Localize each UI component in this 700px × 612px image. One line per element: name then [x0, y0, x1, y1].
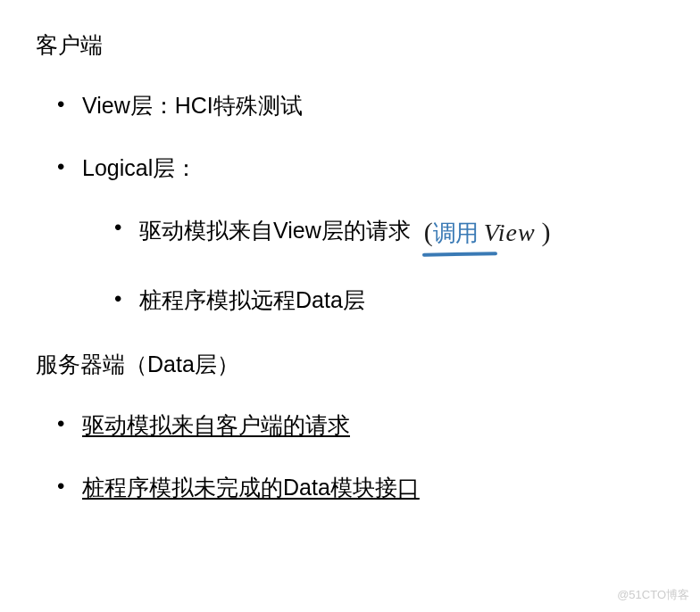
item-text: 桩程序模拟远程Data层: [139, 287, 365, 312]
list-server: 驱动模拟来自客户端的请求 桩程序模拟未完成的Data模块接口: [36, 407, 664, 505]
item-text: View层：HCI特殊测试: [82, 93, 303, 118]
hand-underline: [422, 252, 497, 256]
annotation-chinese: 调用: [433, 220, 478, 246]
item-text: Logical层：: [82, 155, 197, 180]
list-client: View层：HCI特殊测试 Logical层： 驱动模拟来自View层的请求 (…: [36, 87, 664, 318]
paren-close: ): [542, 217, 551, 246]
heading-client: 客户端: [36, 27, 664, 62]
list-item: 桩程序模拟远程Data层: [114, 282, 664, 318]
heading-server: 服务器端（Data层）: [36, 346, 664, 382]
list-item: Logical层： 驱动模拟来自View层的请求 (调用 View ) 桩程序模…: [57, 150, 664, 318]
list-item: 驱动模拟来自客户端的请求: [57, 407, 664, 442]
item-text: 驱动模拟来自客户端的请求: [82, 412, 350, 437]
watermark: @51CTO博客: [617, 586, 689, 605]
list-logical-sub: 驱动模拟来自View层的请求 (调用 View ) 桩程序模拟远程Data层: [82, 211, 664, 318]
annotation-view: View: [484, 219, 536, 246]
section-client: 客户端 View层：HCI特殊测试 Logical层： 驱动模拟来自View层的…: [36, 27, 664, 318]
list-item: 驱动模拟来自View层的请求 (调用 View ): [114, 211, 664, 253]
list-item: View层：HCI特殊测试: [57, 87, 664, 123]
item-text: 桩程序模拟未完成的Data模块接口: [82, 475, 420, 500]
item-text: 驱动模拟来自View层的请求: [139, 218, 411, 243]
handwritten-annotation: (调用 View ): [424, 211, 551, 253]
paren-open: (: [424, 217, 433, 246]
section-server: 服务器端（Data层） 驱动模拟来自客户端的请求 桩程序模拟未完成的Data模块…: [36, 346, 664, 505]
list-item: 桩程序模拟未完成的Data模块接口: [57, 469, 664, 505]
